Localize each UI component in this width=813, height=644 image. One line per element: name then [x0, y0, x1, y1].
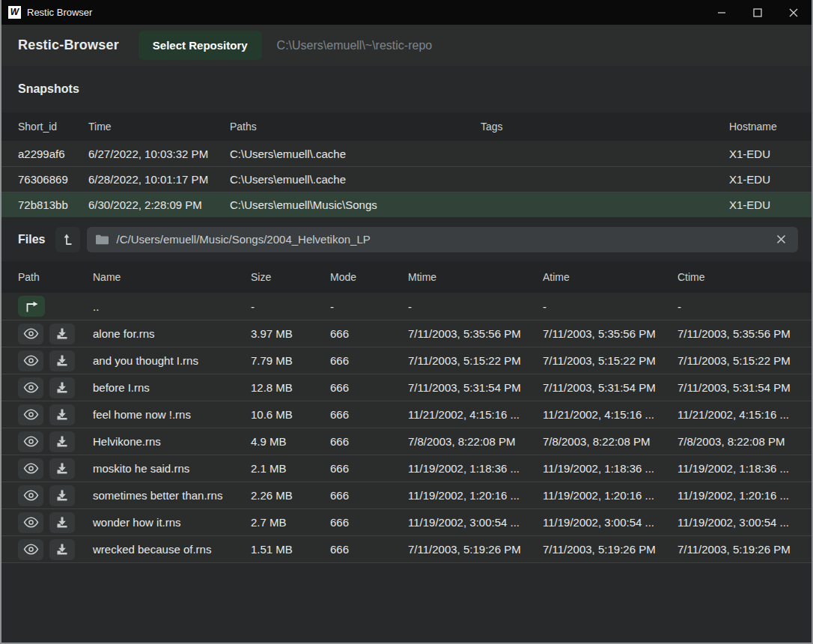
- file-ctime: 7/11/2003, 5:19:26 PM: [678, 543, 812, 556]
- file-ctime: 11/21/2002, 4:15:16 ...: [678, 408, 812, 421]
- eye-icon: [23, 436, 39, 447]
- file-size: 2.7 MB: [251, 516, 330, 529]
- file-mode: -: [330, 300, 408, 313]
- preview-file-button[interactable]: [18, 404, 43, 425]
- eye-icon: [23, 382, 39, 393]
- download-file-button[interactable]: [49, 539, 75, 560]
- file-mtime: 7/11/2003, 5:15:22 PM: [408, 354, 543, 367]
- file-mtime: 11/19/2002, 1:20:16 ...: [408, 489, 543, 502]
- column-paths: Paths: [230, 121, 481, 133]
- file-row-actions: [18, 377, 93, 398]
- file-row-actions: [18, 350, 93, 371]
- file-size: 12.8 MB: [251, 381, 330, 394]
- file-name: Helvikone.rns: [93, 435, 251, 448]
- app-title: Restic-Browser: [18, 37, 119, 53]
- file-size: 3.97 MB: [251, 327, 330, 340]
- files-path-input[interactable]: [116, 233, 767, 246]
- preview-file-button[interactable]: [18, 512, 43, 533]
- file-size: 2.26 MB: [251, 489, 330, 502]
- download-icon: [56, 544, 68, 556]
- file-mode: 666: [330, 354, 408, 367]
- file-row: before I.rns12.8 MB6667/11/2003, 5:31:54…: [1, 374, 812, 401]
- file-atime: 11/21/2002, 4:15:16 ...: [543, 408, 678, 421]
- download-file-button[interactable]: [49, 431, 75, 452]
- snapshot-row[interactable]: a2299af66/27/2022, 10:03:32 PMC:\Users\e…: [1, 141, 812, 166]
- snapshot-row[interactable]: 763068696/28/2022, 10:01:17 PMC:\Users\e…: [1, 166, 812, 192]
- download-icon: [56, 490, 68, 502]
- file-row: alone for.rns3.97 MB6667/11/2003, 5:35:5…: [1, 320, 812, 347]
- snapshot-short-id: 76306869: [18, 173, 88, 186]
- download-file-button[interactable]: [49, 458, 75, 479]
- file-size: 7.79 MB: [251, 354, 330, 367]
- file-ctime: -: [678, 300, 812, 313]
- file-row: and you thought I.rns7.79 MB6667/11/2003…: [1, 347, 812, 374]
- file-atime: 7/11/2003, 5:15:22 PM: [543, 354, 678, 367]
- file-ctime: 11/19/2002, 1:18:36 ...: [678, 462, 812, 475]
- download-file-button[interactable]: [49, 485, 75, 506]
- download-file-button[interactable]: [49, 350, 75, 371]
- download-file-button[interactable]: [49, 512, 75, 533]
- preview-file-button[interactable]: [18, 485, 43, 506]
- preview-file-button[interactable]: [18, 539, 43, 560]
- file-row-actions: [18, 296, 93, 317]
- preview-file-button[interactable]: [18, 350, 43, 371]
- download-file-button[interactable]: [49, 377, 75, 398]
- column-mode: Mode: [330, 271, 408, 283]
- eye-icon: [23, 517, 39, 528]
- file-atime: 7/8/2003, 8:22:08 PM: [543, 435, 678, 448]
- file-name: wrecked because of.rns: [93, 543, 251, 556]
- preview-file-button[interactable]: [18, 377, 43, 398]
- file-size: -: [251, 300, 330, 313]
- snapshot-time: 6/27/2022, 10:03:32 PM: [88, 148, 230, 160]
- file-row: sometimes better than.rns2.26 MB66611/19…: [1, 482, 812, 508]
- clear-path-button[interactable]: [773, 231, 789, 247]
- file-ctime: 11/19/2002, 1:20:16 ...: [678, 489, 812, 502]
- file-row-actions: [18, 404, 93, 425]
- preview-file-button[interactable]: [18, 323, 43, 344]
- column-name: Name: [93, 271, 251, 283]
- file-mtime: -: [408, 300, 543, 313]
- minimize-button[interactable]: [704, 0, 740, 25]
- file-name: wonder how it.rns: [93, 516, 251, 529]
- go-parent-dir-button[interactable]: [18, 296, 45, 317]
- file-size: 4.9 MB: [251, 435, 330, 448]
- maximize-icon: [753, 8, 762, 17]
- file-atime: 7/11/2003, 5:35:56 PM: [543, 327, 678, 340]
- column-time: Time: [88, 121, 230, 133]
- file-row-actions: [18, 512, 93, 533]
- column-path: Path: [18, 271, 93, 283]
- file-mode: 666: [330, 543, 408, 556]
- select-repository-button[interactable]: Select Repository: [138, 31, 262, 60]
- empty-area: [1, 563, 812, 643]
- snapshot-time: 6/30/2022, 2:28:09 PM: [88, 198, 230, 211]
- file-name: moskito he said.rns: [93, 462, 251, 475]
- snapshot-row[interactable]: 72b813bb6/30/2022, 2:28:09 PMC:\Users\em…: [1, 192, 812, 217]
- repository-path[interactable]: C:\Users\emuell\~\restic-repo: [277, 39, 433, 52]
- file-size: 2.1 MB: [251, 462, 330, 475]
- file-mtime: 11/19/2002, 1:18:36 ...: [408, 462, 543, 475]
- download-icon: [56, 517, 68, 529]
- preview-file-button[interactable]: [18, 458, 43, 479]
- file-row-actions: [18, 539, 93, 560]
- snapshot-paths: C:\Users\emuell\Music\Songs: [230, 198, 481, 211]
- file-atime: 7/11/2003, 5:31:54 PM: [543, 381, 678, 394]
- minimize-icon: [717, 8, 726, 17]
- file-atime: 11/19/2002, 1:18:36 ...: [543, 462, 678, 475]
- files-path-bar: [87, 227, 798, 252]
- snapshots-title: Snapshots: [18, 82, 79, 96]
- snapshot-short-id: 72b813bb: [18, 198, 88, 211]
- file-ctime: 7/11/2003, 5:31:54 PM: [678, 381, 812, 394]
- files-table-body: ..-----alone for.rns3.97 MB6667/11/2003,…: [1, 293, 812, 563]
- file-mtime: 7/11/2003, 5:31:54 PM: [408, 381, 543, 394]
- file-ctime: 7/11/2003, 5:35:56 PM: [678, 327, 812, 340]
- maximize-button[interactable]: [740, 0, 776, 25]
- download-file-button[interactable]: [49, 404, 75, 425]
- preview-file-button[interactable]: [18, 431, 43, 452]
- files-bar: Files: [1, 217, 812, 261]
- file-row-actions: [18, 323, 93, 344]
- download-file-button[interactable]: [49, 323, 75, 344]
- close-button[interactable]: [776, 0, 812, 25]
- file-row-actions: [18, 485, 93, 506]
- snapshot-hostname: X1-EDU: [729, 148, 812, 160]
- path-level-up-button[interactable]: [55, 227, 80, 252]
